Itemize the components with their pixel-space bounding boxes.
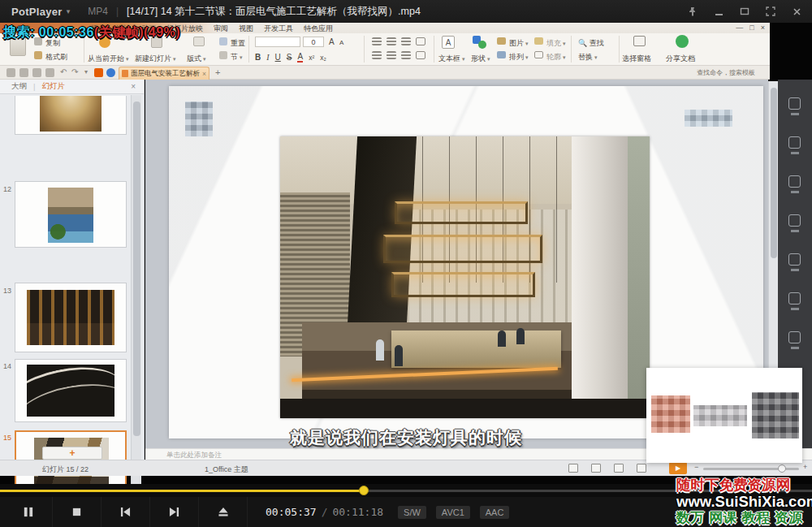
font-size-combo[interactable]: 0 (303, 37, 324, 47)
undo-icon[interactable]: ↶ (60, 67, 67, 76)
slide-thumbnail-12[interactable] (15, 181, 127, 248)
app-menu-chevron-icon[interactable]: ▾ (67, 7, 71, 15)
next-button[interactable] (150, 497, 199, 527)
align-left-icon[interactable] (372, 37, 382, 45)
align-right-icon[interactable] (401, 37, 411, 45)
app-logo[interactable]: PotPlayer (11, 6, 63, 18)
restore-icon[interactable] (736, 3, 754, 19)
stop-button[interactable] (53, 497, 102, 527)
close-icon[interactable] (788, 3, 806, 19)
shapes-icon[interactable] (478, 41, 486, 49)
picture-button[interactable]: 图片 (509, 38, 529, 49)
side-tool-icon[interactable] (788, 97, 801, 110)
number-list-icon[interactable] (387, 51, 396, 59)
wps-restore-icon[interactable]: □ (749, 24, 754, 32)
share-doc-button[interactable]: 分享文档 (666, 54, 695, 64)
open-file-button[interactable] (199, 497, 248, 527)
layout-icon[interactable] (193, 37, 205, 46)
arrange-icon[interactable] (497, 51, 506, 58)
underline-button[interactable]: U (275, 53, 281, 62)
fill-button[interactable]: 填充 (546, 38, 566, 49)
redo-icon[interactable]: ↷ (71, 67, 78, 76)
slideshow-play-button[interactable]: ▶ (669, 462, 687, 474)
editor-scrollbar-thumb[interactable] (771, 88, 777, 258)
view-reading-icon[interactable] (614, 464, 624, 473)
progress-played[interactable] (0, 490, 364, 492)
save-icon[interactable] (6, 68, 15, 77)
font-color-button[interactable]: A (297, 52, 303, 63)
side-tool-icon[interactable] (788, 136, 801, 149)
video-codec-badge[interactable]: AVC1 (436, 506, 470, 519)
progress-knob[interactable] (359, 486, 369, 495)
selection-pane-button[interactable]: 选择窗格 (622, 54, 651, 64)
grow-font-button[interactable]: A (329, 37, 335, 46)
tab-outline[interactable]: 大纲 (11, 81, 27, 92)
side-tool-icon[interactable] (788, 214, 801, 227)
outline-button[interactable]: 轮廓 (546, 52, 566, 63)
font-name-combo[interactable] (255, 37, 300, 47)
layout-button[interactable]: 版式 (187, 54, 206, 64)
previous-button[interactable] (102, 497, 150, 527)
preview-icon[interactable] (45, 68, 54, 77)
shapes-button[interactable]: 形状 (471, 54, 490, 64)
side-tool-icon[interactable] (788, 292, 801, 305)
tab-slides[interactable]: 幻灯片 (41, 81, 65, 92)
selection-pane-icon[interactable] (633, 36, 646, 46)
outline-icon[interactable] (534, 51, 543, 58)
slide-photo-lobby[interactable] (280, 136, 650, 418)
view-master-icon[interactable] (637, 464, 646, 473)
replace-button[interactable]: 替换 (578, 52, 598, 63)
format-painter-icon[interactable] (34, 51, 42, 59)
textbox-button[interactable]: 文本框 (438, 54, 465, 64)
zoom-out-button[interactable]: − (694, 463, 698, 471)
view-normal-icon[interactable] (568, 464, 578, 473)
italic-button[interactable]: I (266, 53, 269, 62)
new-slide-button[interactable]: 新建幻灯片 (135, 54, 176, 64)
align-center-icon[interactable] (387, 37, 396, 45)
quickbar-dropdown-icon[interactable]: ▾ (84, 68, 88, 76)
share-icon[interactable] (676, 35, 689, 48)
wps-close-icon[interactable]: × (761, 24, 765, 32)
section-button[interactable]: 节 (231, 52, 243, 63)
shrink-font-button[interactable]: A (339, 39, 343, 46)
slide-thumbnail-13[interactable] (15, 283, 127, 352)
reset-button[interactable]: 重置 (231, 38, 245, 49)
reset-icon[interactable] (219, 37, 227, 45)
slide-thumbnail-11-partial[interactable] (15, 96, 127, 135)
side-tool-icon[interactable] (788, 175, 801, 188)
video-area[interactable]: 插入 设计 动画 幻灯片放映 审阅 视图 开发工具 特色应用 — □ × 复制 … (0, 23, 812, 484)
subscript-button[interactable]: x₂ (320, 54, 326, 62)
minimize-icon[interactable] (710, 3, 728, 19)
side-tool-icon[interactable] (788, 253, 801, 266)
arrange-button[interactable]: 排列 (509, 52, 529, 63)
wps-minimize-icon[interactable]: — (736, 24, 743, 32)
picture-icon[interactable] (497, 37, 506, 45)
document-tab[interactable]: 面层电气安装工艺解析.pptx × (119, 67, 209, 80)
textbox-icon[interactable]: A (442, 36, 455, 49)
wps-logo-icon[interactable] (94, 68, 103, 77)
docer-icon[interactable] (106, 68, 115, 77)
render-mode-badge[interactable]: S/W (398, 506, 426, 519)
columns-icon[interactable] (416, 37, 425, 45)
audio-codec-badge[interactable]: AAC (480, 506, 510, 519)
pin-icon[interactable] (684, 3, 702, 19)
new-document-tab-button[interactable]: + (215, 67, 220, 77)
strikethrough-button[interactable]: S (287, 53, 292, 62)
side-tool-icon[interactable] (788, 331, 801, 343)
fullscreen-icon[interactable] (762, 3, 780, 19)
fill-icon[interactable] (534, 37, 543, 45)
print-icon[interactable] (32, 68, 41, 77)
slide-thumbnail-14[interactable] (15, 359, 127, 422)
zoom-in-button[interactable]: + (803, 463, 807, 471)
document-tab-close-icon[interactable]: × (202, 70, 206, 78)
command-search-hint[interactable]: 查找命令，搜索模板 (697, 68, 755, 77)
bullet-list-icon[interactable] (372, 51, 382, 59)
from-current-button[interactable]: 从当前开始 (88, 54, 129, 64)
view-sorter-icon[interactable] (591, 464, 601, 473)
bold-button[interactable]: B (255, 53, 261, 62)
line-spacing-icon[interactable] (401, 51, 411, 59)
format-painter-button[interactable]: 格式刷 (45, 52, 67, 63)
panel-close-icon[interactable]: × (131, 82, 136, 91)
find-button[interactable]: 🔍 查找 (578, 38, 604, 49)
section-icon[interactable] (219, 51, 227, 59)
